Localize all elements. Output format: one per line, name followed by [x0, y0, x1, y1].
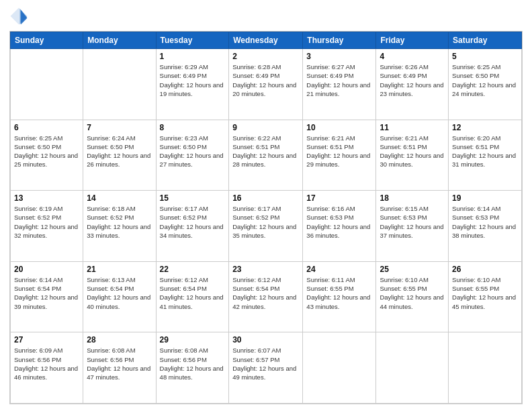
- calendar-cell: 12 Sunrise: 6:20 AMSunset: 6:51 PMDaylig…: [449, 120, 522, 191]
- day-number: 18: [380, 193, 445, 203]
- day-info: Sunrise: 6:09 AMSunset: 6:56 PMDaylight:…: [14, 346, 79, 381]
- calendar-cell: 30 Sunrise: 6:07 AMSunset: 6:57 PMDaylig…: [229, 332, 303, 404]
- day-info: Sunrise: 6:19 AMSunset: 6:52 PMDaylight:…: [14, 204, 79, 240]
- day-info: Sunrise: 6:15 AMSunset: 6:53 PMDaylight:…: [380, 204, 445, 240]
- weekday-header-thursday: Thursday: [303, 32, 376, 49]
- calendar-cell: 26 Sunrise: 6:10 AMSunset: 6:55 PMDaylig…: [449, 261, 522, 332]
- calendar-body: 1 Sunrise: 6:29 AMSunset: 6:49 PMDayligh…: [11, 49, 522, 404]
- week-row-3: 13 Sunrise: 6:19 AMSunset: 6:52 PMDaylig…: [11, 191, 522, 262]
- calendar-cell: 28 Sunrise: 6:08 AMSunset: 6:56 PMDaylig…: [83, 332, 156, 404]
- calendar-cell: 9 Sunrise: 6:22 AMSunset: 6:51 PMDayligh…: [229, 120, 303, 191]
- calendar-cell: 16 Sunrise: 6:17 AMSunset: 6:52 PMDaylig…: [229, 191, 303, 262]
- day-info: Sunrise: 6:07 AMSunset: 6:57 PMDaylight:…: [232, 346, 299, 381]
- day-info: Sunrise: 6:25 AMSunset: 6:50 PMDaylight:…: [452, 62, 518, 98]
- calendar-cell: 18 Sunrise: 6:15 AMSunset: 6:53 PMDaylig…: [376, 191, 449, 262]
- day-number: 29: [160, 335, 226, 345]
- calendar: SundayMondayTuesdayWednesdayThursdayFrid…: [9, 31, 523, 404]
- calendar-cell: 24 Sunrise: 6:11 AMSunset: 6:55 PMDaylig…: [303, 261, 376, 332]
- calendar-cell: 11 Sunrise: 6:21 AMSunset: 6:51 PMDaylig…: [376, 120, 449, 191]
- calendar-cell: 19 Sunrise: 6:14 AMSunset: 6:53 PMDaylig…: [449, 191, 522, 262]
- calendar-table: SundayMondayTuesdayWednesdayThursdayFrid…: [10, 32, 522, 404]
- calendar-cell: 22 Sunrise: 6:12 AMSunset: 6:54 PMDaylig…: [156, 261, 229, 332]
- day-info: Sunrise: 6:25 AMSunset: 6:50 PMDaylight:…: [14, 134, 79, 169]
- calendar-cell: 20 Sunrise: 6:14 AMSunset: 6:54 PMDaylig…: [11, 261, 83, 332]
- logo: [9, 7, 31, 26]
- calendar-cell: [449, 332, 522, 404]
- day-number: 30: [232, 335, 299, 345]
- day-info: Sunrise: 6:14 AMSunset: 6:53 PMDaylight:…: [452, 204, 518, 240]
- calendar-cell: 27 Sunrise: 6:09 AMSunset: 6:56 PMDaylig…: [11, 332, 83, 404]
- calendar-cell: 29 Sunrise: 6:08 AMSunset: 6:56 PMDaylig…: [156, 332, 229, 404]
- day-info: Sunrise: 6:11 AMSunset: 6:55 PMDaylight:…: [306, 275, 372, 311]
- calendar-cell: [11, 49, 83, 120]
- calendar-cell: 14 Sunrise: 6:18 AMSunset: 6:52 PMDaylig…: [83, 191, 156, 262]
- calendar-cell: 25 Sunrise: 6:10 AMSunset: 6:55 PMDaylig…: [376, 261, 449, 332]
- day-info: Sunrise: 6:20 AMSunset: 6:51 PMDaylight:…: [452, 134, 518, 169]
- week-row-1: 1 Sunrise: 6:29 AMSunset: 6:49 PMDayligh…: [11, 49, 522, 120]
- day-number: 27: [14, 335, 79, 345]
- calendar-cell: 4 Sunrise: 6:26 AMSunset: 6:49 PMDayligh…: [376, 49, 449, 120]
- calendar-cell: 7 Sunrise: 6:24 AMSunset: 6:50 PMDayligh…: [83, 120, 156, 191]
- calendar-cell: 10 Sunrise: 6:21 AMSunset: 6:51 PMDaylig…: [303, 120, 376, 191]
- week-row-5: 27 Sunrise: 6:09 AMSunset: 6:56 PMDaylig…: [11, 332, 522, 404]
- day-info: Sunrise: 6:18 AMSunset: 6:52 PMDaylight:…: [87, 204, 152, 240]
- day-number: 25: [380, 265, 445, 274]
- calendar-cell: 15 Sunrise: 6:17 AMSunset: 6:52 PMDaylig…: [156, 191, 229, 262]
- day-info: Sunrise: 6:24 AMSunset: 6:50 PMDaylight:…: [87, 134, 152, 169]
- page: SundayMondayTuesdayWednesdayThursdayFrid…: [0, 0, 532, 411]
- day-number: 14: [87, 193, 152, 203]
- day-info: Sunrise: 6:27 AMSunset: 6:49 PMDaylight:…: [306, 62, 372, 98]
- day-info: Sunrise: 6:23 AMSunset: 6:50 PMDaylight:…: [160, 134, 226, 169]
- day-number: 16: [232, 193, 299, 203]
- calendar-cell: 13 Sunrise: 6:19 AMSunset: 6:52 PMDaylig…: [11, 191, 83, 262]
- week-row-2: 6 Sunrise: 6:25 AMSunset: 6:50 PMDayligh…: [11, 120, 522, 191]
- day-number: 19: [452, 193, 518, 203]
- calendar-cell: [83, 49, 156, 120]
- day-info: Sunrise: 6:10 AMSunset: 6:55 PMDaylight:…: [380, 275, 445, 311]
- calendar-header: SundayMondayTuesdayWednesdayThursdayFrid…: [11, 32, 522, 49]
- weekday-header-row: SundayMondayTuesdayWednesdayThursdayFrid…: [11, 32, 522, 49]
- day-number: 13: [14, 193, 79, 203]
- day-number: 20: [14, 265, 79, 274]
- week-row-4: 20 Sunrise: 6:14 AMSunset: 6:54 PMDaylig…: [11, 261, 522, 332]
- day-number: 12: [452, 123, 518, 132]
- day-number: 2: [232, 52, 299, 61]
- day-info: Sunrise: 6:29 AMSunset: 6:49 PMDaylight:…: [160, 62, 226, 98]
- day-info: Sunrise: 6:21 AMSunset: 6:51 PMDaylight:…: [380, 134, 445, 169]
- weekday-header-monday: Monday: [83, 32, 156, 49]
- calendar-cell: 3 Sunrise: 6:27 AMSunset: 6:49 PMDayligh…: [303, 49, 376, 120]
- weekday-header-saturday: Saturday: [449, 32, 522, 49]
- day-number: 8: [160, 123, 226, 132]
- day-info: Sunrise: 6:17 AMSunset: 6:52 PMDaylight:…: [160, 204, 226, 240]
- calendar-cell: 5 Sunrise: 6:25 AMSunset: 6:50 PMDayligh…: [449, 49, 522, 120]
- calendar-cell: [303, 332, 376, 404]
- day-number: 3: [306, 52, 372, 61]
- day-number: 6: [14, 123, 79, 132]
- day-number: 4: [380, 52, 445, 61]
- day-number: 7: [87, 123, 152, 132]
- day-info: Sunrise: 6:26 AMSunset: 6:49 PMDaylight:…: [380, 62, 445, 98]
- day-info: Sunrise: 6:10 AMSunset: 6:55 PMDaylight:…: [452, 275, 518, 311]
- header: [9, 7, 523, 26]
- calendar-cell: [376, 332, 449, 404]
- day-number: 24: [306, 265, 372, 274]
- day-info: Sunrise: 6:16 AMSunset: 6:53 PMDaylight:…: [306, 204, 372, 240]
- calendar-cell: 23 Sunrise: 6:12 AMSunset: 6:54 PMDaylig…: [229, 261, 303, 332]
- day-number: 1: [160, 52, 226, 61]
- day-info: Sunrise: 6:14 AMSunset: 6:54 PMDaylight:…: [14, 275, 79, 311]
- weekday-header-sunday: Sunday: [11, 32, 83, 49]
- day-number: 9: [232, 123, 299, 132]
- weekday-header-friday: Friday: [376, 32, 449, 49]
- day-number: 28: [87, 335, 152, 345]
- svg-marker-2: [21, 10, 27, 25]
- day-info: Sunrise: 6:13 AMSunset: 6:54 PMDaylight:…: [87, 275, 152, 311]
- calendar-cell: 1 Sunrise: 6:29 AMSunset: 6:49 PMDayligh…: [156, 49, 229, 120]
- day-info: Sunrise: 6:22 AMSunset: 6:51 PMDaylight:…: [232, 134, 299, 169]
- day-number: 26: [452, 265, 518, 274]
- day-number: 10: [306, 123, 372, 132]
- day-number: 15: [160, 193, 226, 203]
- day-info: Sunrise: 6:21 AMSunset: 6:51 PMDaylight:…: [306, 134, 372, 169]
- day-number: 23: [232, 265, 299, 274]
- day-info: Sunrise: 6:12 AMSunset: 6:54 PMDaylight:…: [232, 275, 299, 311]
- day-info: Sunrise: 6:17 AMSunset: 6:52 PMDaylight:…: [232, 204, 299, 240]
